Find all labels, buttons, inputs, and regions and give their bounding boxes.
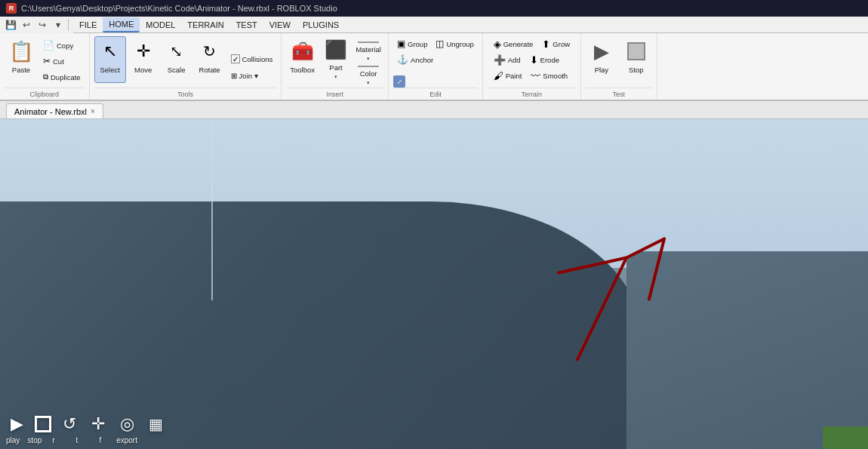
viewport-tools-labels: play stop r t f export: [6, 436, 166, 444]
tab-label: Animator - New.rbxl: [14, 107, 87, 116]
toolbox-button[interactable]: 🧰 Toolbox: [286, 36, 319, 83]
scale-button[interactable]: ⤡ Scale: [161, 36, 192, 83]
move-button[interactable]: ✛ Move: [128, 36, 159, 83]
play-tool-label: play: [6, 436, 20, 444]
terrain-right: [626, 251, 868, 449]
clipboard-group-label: Clipboard: [5, 88, 85, 98]
move-icon: ✛: [131, 39, 155, 63]
ribbon-group-edit: ▣ Group ◫ Ungroup ⚓ Anchor ⤢ Edit: [389, 33, 483, 100]
insert-group-label: Insert: [286, 88, 383, 98]
viewport-stop-button[interactable]: [35, 416, 51, 432]
menu-file[interactable]: FILE: [73, 17, 103, 32]
erode-button[interactable]: ⬇ Erode: [526, 52, 563, 67]
smooth-button[interactable]: 〰 Smooth: [527, 68, 571, 83]
paint-terrain-icon: 🖌: [494, 70, 503, 81]
join-button[interactable]: ⊞ Join ▾: [227, 68, 277, 83]
menu-plugins[interactable]: PLUGINS: [297, 17, 345, 32]
color-button[interactable]: Color ▾: [353, 63, 383, 85]
rotate-icon: ↻: [198, 39, 222, 63]
paint-terrain-button[interactable]: 🖌 Paint: [490, 68, 526, 83]
test-group-label: Test: [586, 88, 652, 98]
add-terrain-icon: ➕: [494, 54, 506, 66]
duplicate-icon: ⧉: [43, 72, 48, 81]
quick-options-button[interactable]: ▾: [51, 18, 66, 32]
r-tool-label: r: [52, 436, 54, 444]
smooth-icon: 〰: [531, 70, 540, 81]
collisions-button[interactable]: ✓ Collisions: [227, 51, 277, 66]
material-label: Material: [356, 45, 381, 54]
quick-access-toolbar: 💾 ↩ ↪ ▾: [0, 17, 73, 33]
tab-bar: Animator - New.rbxl ×: [0, 101, 868, 119]
edit-expand-icon: ⤢: [397, 78, 402, 85]
select-button[interactable]: ↖ Select: [94, 36, 126, 83]
viewport-tab[interactable]: Animator - New.rbxl ×: [6, 103, 103, 118]
part-dropdown-icon: ▾: [334, 74, 337, 80]
color-dropdown-icon: ▾: [367, 80, 370, 86]
smooth-label: Smooth: [543, 72, 568, 80]
erode-icon: ⬇: [530, 54, 538, 66]
scene-background: [0, 119, 868, 449]
ribbon: 📋 Paste 📄 Copy ✂ Cut ⧉ Duplicate Clipbo: [0, 33, 868, 101]
viewport-focus-button[interactable]: ◎: [116, 414, 137, 435]
erode-label: Erode: [540, 56, 559, 64]
ungroup-label: Ungroup: [446, 40, 473, 48]
scene-divider-line: [211, 119, 213, 300]
collisions-checkbox-icon: ✓: [231, 54, 240, 63]
edit-group-label: Edit: [393, 88, 478, 98]
anchor-button[interactable]: ⚓ Anchor: [393, 52, 437, 67]
stop-button[interactable]: Stop: [620, 36, 652, 83]
anchor-label: Anchor: [411, 56, 433, 64]
generate-button[interactable]: ◈ Generate: [490, 36, 537, 51]
ribbon-group-clipboard: 📋 Paste 📄 Copy ✂ Cut ⧉ Duplicate Clipbo: [0, 33, 90, 100]
rotate-button[interactable]: ↻ Rotate: [194, 36, 226, 83]
paste-button[interactable]: 📋 Paste: [5, 36, 38, 83]
grow-button[interactable]: ⬆ Grow: [538, 36, 574, 51]
ungroup-icon: ◫: [436, 38, 444, 49]
play-button[interactable]: ▶ Play: [586, 36, 617, 83]
edit-more-button[interactable]: ⤢: [393, 75, 405, 88]
quick-redo-button[interactable]: ↪: [35, 18, 50, 32]
f-tool-label: f: [99, 436, 101, 444]
generate-icon: ◈: [494, 38, 501, 50]
viewport-rotate-button[interactable]: ↺: [59, 414, 80, 435]
viewport-play-button[interactable]: ▶: [6, 414, 27, 435]
title-path: C:\Users\Genya\Desktop\Projects\Kinetic …: [21, 4, 337, 13]
menu-model[interactable]: MODEL: [140, 17, 181, 32]
viewport-export-button[interactable]: ▦: [145, 414, 166, 435]
copy-label: Copy: [57, 42, 73, 50]
menu-terrain[interactable]: TERRAIN: [181, 17, 229, 32]
select-label: Select: [100, 66, 119, 74]
toolbox-icon: 🧰: [291, 39, 315, 63]
quick-undo-button[interactable]: ↩: [19, 18, 34, 32]
scale-label: Scale: [168, 66, 186, 74]
stop-tool-label: stop: [27, 436, 42, 444]
duplicate-button[interactable]: ⧉ Duplicate: [39, 69, 85, 85]
app-icon: R: [6, 3, 17, 14]
toolbox-label: Toolbox: [290, 66, 315, 74]
part-label: Part: [329, 63, 342, 72]
material-button[interactable]: Material ▾: [353, 39, 383, 62]
cut-button[interactable]: ✂ Cut: [39, 54, 85, 69]
viewport-translate-button[interactable]: ✛: [88, 414, 109, 435]
ribbon-group-insert: 🧰 Toolbox ⬛ Part ▾ Material ▾ Color ▾: [282, 33, 389, 100]
grow-icon: ⬆: [542, 38, 550, 50]
title-bar: R C:\Users\Genya\Desktop\Projects\Kineti…: [0, 0, 868, 17]
group-button[interactable]: ▣ Group: [393, 36, 431, 51]
collisions-label: Collisions: [242, 55, 273, 63]
tab-close-button[interactable]: ×: [91, 107, 95, 115]
add-terrain-button[interactable]: ➕ Add: [490, 52, 525, 67]
menu-view[interactable]: VIEW: [263, 17, 297, 32]
part-button[interactable]: ⬛ Part ▾: [320, 36, 352, 83]
duplicate-label: Duplicate: [51, 73, 81, 81]
menu-test[interactable]: TEST: [230, 17, 263, 32]
menu-home[interactable]: HOME: [103, 17, 140, 32]
rotate-label: Rotate: [199, 66, 220, 74]
ungroup-button[interactable]: ◫ Ungroup: [432, 36, 477, 51]
quick-save-button[interactable]: 💾: [3, 18, 18, 32]
copy-button[interactable]: 📄 Copy: [39, 38, 85, 53]
play-label: Play: [595, 66, 608, 74]
group-label: Group: [408, 40, 427, 48]
menu-bar: FILE HOME MODEL TERRAIN TEST VIEW PLUGIN…: [73, 17, 345, 33]
terrain-green: [823, 426, 868, 449]
color-label: Color: [360, 69, 377, 78]
